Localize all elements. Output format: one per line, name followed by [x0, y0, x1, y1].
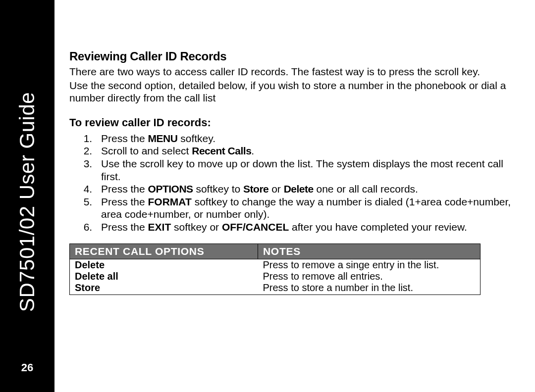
- step-5: Press the FORMAT softkey to change the w…: [95, 196, 515, 221]
- delete-keyword: Delete: [284, 183, 314, 195]
- table-row: Store Press to store a number in the lis…: [70, 282, 481, 295]
- menu-keyword: MENU: [148, 133, 178, 144]
- options-table: RECENT CALL OPTIONS NOTES Delete Press t…: [69, 244, 481, 295]
- store-keyword: Store: [243, 183, 268, 195]
- step-4: Press the OPTIONS softkey to Store or De…: [95, 183, 515, 196]
- steps-heading: To review caller ID records:: [69, 116, 515, 129]
- cell-delete-all: Delete all: [70, 271, 258, 282]
- page-number: 26: [0, 361, 54, 374]
- guide-title: SD7501/02 User Guide: [15, 92, 39, 312]
- table-row: Delete Press to remove a singe entry in …: [70, 259, 481, 271]
- section-heading: Reviewing Caller ID Records: [69, 49, 515, 63]
- recent-calls-keyword: Recent Calls: [192, 145, 251, 156]
- intro-para-2: Use the second option, detailed below, i…: [69, 79, 515, 104]
- page-content: Reviewing Caller ID Records There are tw…: [69, 49, 515, 295]
- cell-store: Store: [70, 282, 258, 295]
- step-2: Scroll to and select Recent Calls.: [95, 145, 515, 157]
- steps-list: Press the MENU softkey. Scroll to and se…: [69, 132, 515, 234]
- step-3: Use the scroll key to move up or down th…: [95, 157, 515, 183]
- cell-delete-note: Press to remove a singe entry in the lis…: [258, 259, 481, 271]
- options-keyword: OPTIONS: [148, 183, 193, 195]
- table-header-notes: NOTES: [258, 244, 481, 259]
- cell-delete-all-note: Press to remove all entries.: [258, 271, 481, 282]
- exit-keyword: EXIT: [148, 221, 171, 233]
- cell-delete: Delete: [70, 259, 258, 271]
- table-row: Delete all Press to remove all entries.: [70, 271, 481, 282]
- sidebar: SD7501/02 User Guide 26: [0, 0, 54, 392]
- table-header-options: RECENT CALL OPTIONS: [70, 244, 258, 259]
- cell-store-note: Press to store a number in the list.: [258, 282, 481, 295]
- step-1: Press the MENU softkey.: [95, 132, 515, 145]
- format-keyword: FORMAT: [148, 196, 192, 207]
- off-cancel-keyword: OFF/CANCEL: [222, 221, 289, 233]
- intro-para-1: There are two ways to access caller ID r…: [69, 65, 515, 78]
- step-6: Press the EXIT softkey or OFF/CANCEL aft…: [95, 221, 515, 234]
